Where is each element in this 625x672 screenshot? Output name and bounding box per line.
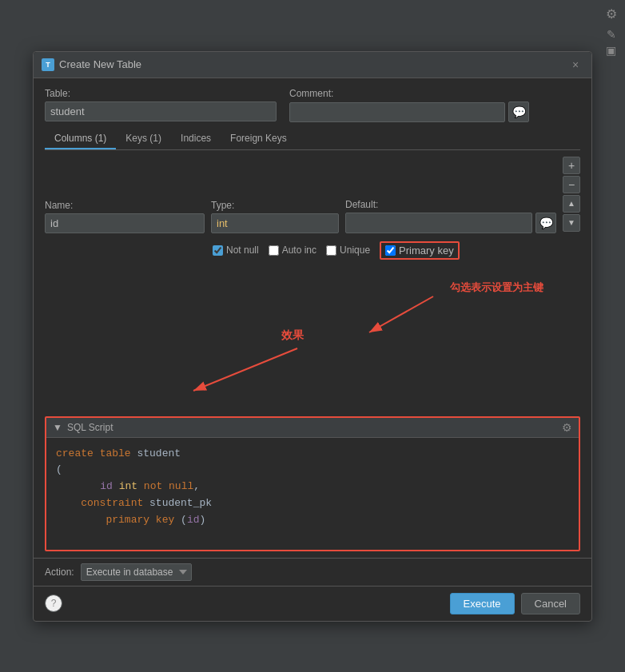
- move-up-button[interactable]: ▲: [563, 195, 580, 213]
- remove-col-button[interactable]: −: [563, 176, 580, 193]
- table-comment-row: Table: Comment: 💬: [45, 88, 580, 122]
- action-row: Action: Execute in database: [34, 558, 591, 586]
- primary-key-checkbox[interactable]: [385, 245, 396, 256]
- sql-gear-button[interactable]: ⚙: [562, 421, 572, 434]
- svg-line-3: [193, 348, 297, 391]
- not-null-label: Not null: [226, 245, 259, 256]
- help-button[interactable]: ?: [45, 594, 62, 612]
- sql-header-title: ▼ SQL Script: [53, 422, 113, 433]
- tab-indices[interactable]: Indices: [171, 129, 221, 149]
- sql-header: ▼ SQL Script ⚙: [46, 418, 579, 438]
- auto-inc-checkbox-item: Auto inc: [269, 245, 316, 256]
- dialog-footer: ? Execute Cancel: [34, 586, 591, 621]
- sql-line-2: (: [56, 462, 569, 479]
- add-col-button[interactable]: +: [563, 157, 580, 174]
- sql-line-1: create table student: [56, 446, 569, 463]
- tab-foreign-keys[interactable]: Foreign Keys: [221, 129, 297, 149]
- col-type-label: Type:: [211, 200, 339, 211]
- unique-checkbox-item: Unique: [326, 245, 370, 256]
- comment-button[interactable]: 💬: [508, 101, 529, 122]
- auto-inc-label: Auto inc: [282, 245, 316, 256]
- columns-section: Name: Type: Default: 💬 + −: [45, 157, 580, 263]
- col-default-label: Default:: [345, 199, 556, 210]
- gear-icon[interactable]: ⚙: [606, 6, 617, 22]
- pencil-icon[interactable]: ✎: [607, 28, 616, 41]
- annotation-area: 勾选表示设置为主键 效果: [34, 272, 591, 416]
- dialog-body: Table: Comment: 💬 Columns (1) Keys (1) I…: [34, 78, 591, 272]
- sql-script-section: ▼ SQL Script ⚙ create table student (: [45, 416, 580, 551]
- image-icon[interactable]: ▣: [606, 44, 616, 57]
- tab-columns[interactable]: Columns (1): [45, 129, 116, 149]
- unique-checkbox[interactable]: [326, 245, 336, 256]
- table-field-group: Table:: [45, 88, 277, 121]
- right-toolbar: ⚙ ✎ ▣: [597, 0, 625, 672]
- tabs-bar: Columns (1) Keys (1) Indices Foreign Key…: [45, 129, 580, 150]
- sql-line-4: constraint student_pk: [56, 495, 569, 512]
- col-default-input[interactable]: [345, 213, 532, 233]
- sql-collapse-arrow[interactable]: ▼: [53, 422, 62, 433]
- sql-line-3: id int not null,: [56, 479, 569, 495]
- col-actions: + − ▲ ▼: [563, 157, 580, 232]
- action-label: Action:: [45, 567, 74, 578]
- col-name-label: Name:: [45, 200, 205, 211]
- move-down-button[interactable]: ▼: [563, 214, 580, 232]
- unique-label: Unique: [340, 245, 370, 256]
- annotation-arrow-2: [34, 272, 591, 416]
- col-name-input[interactable]: [45, 213, 205, 233]
- col-type-input[interactable]: [211, 213, 339, 233]
- checkboxes-row: Not null Auto inc Unique Primary key: [45, 238, 580, 263]
- sql-script-label: SQL Script: [67, 422, 113, 433]
- dialog-title: Create New Table: [59, 58, 141, 70]
- title-bar: T Create New Table ×: [34, 52, 591, 78]
- create-table-dialog: T Create New Table × Table: Comment: 💬 C…: [33, 51, 592, 622]
- dialog-icon: T: [42, 58, 54, 71]
- col-type-group: Type:: [211, 200, 339, 233]
- sql-line-5: primary key (id): [56, 512, 569, 529]
- table-label: Table:: [45, 88, 277, 99]
- sql-script-wrapper: ▼ SQL Script ⚙ create table student (: [34, 416, 591, 558]
- not-null-checkbox[interactable]: [213, 245, 223, 256]
- sql-body: create table student ( id int not null,: [46, 438, 579, 550]
- comment-input[interactable]: [289, 102, 505, 122]
- comment-field-group: Comment: 💬: [289, 88, 529, 122]
- tab-keys[interactable]: Keys (1): [116, 129, 171, 149]
- execute-button[interactable]: Execute: [450, 593, 515, 614]
- not-null-checkbox-item: Not null: [213, 245, 259, 256]
- cancel-button[interactable]: Cancel: [521, 593, 580, 614]
- close-button[interactable]: ×: [567, 57, 583, 73]
- col-default-group: Default: 💬: [345, 199, 556, 233]
- table-name-input[interactable]: [45, 101, 277, 121]
- auto-inc-checkbox[interactable]: [269, 245, 279, 256]
- col-name-group: Name:: [45, 200, 205, 233]
- col-comment-button[interactable]: 💬: [535, 213, 556, 233]
- comment-label: Comment:: [289, 88, 529, 99]
- primary-key-label: Primary key: [399, 245, 454, 256]
- action-select[interactable]: Execute in database: [81, 563, 192, 581]
- primary-key-box: Primary key: [380, 241, 460, 260]
